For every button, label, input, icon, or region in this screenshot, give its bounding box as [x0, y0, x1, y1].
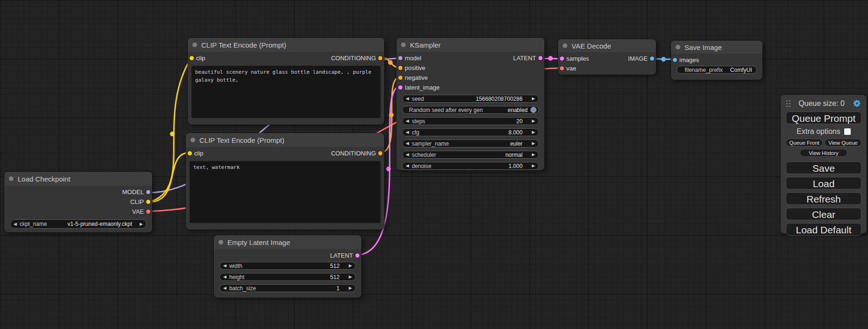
input-port-clip[interactable] [190, 56, 194, 60]
widget-label: denoise [412, 163, 431, 169]
node-title-bar[interactable]: KSampler [396, 38, 544, 52]
input-port-positive[interactable] [398, 66, 402, 70]
widget-scheduler[interactable]: ◀ scheduler normal ▶ [402, 151, 539, 159]
widget-batch-size[interactable]: ◀ batch_size 1 ▶ [219, 284, 356, 292]
comfyui-canvas[interactable]: { "colors":{ "model":"#b39ddb", "clip":"… [0, 0, 868, 329]
toggle-dot[interactable] [530, 107, 536, 113]
output-port-image[interactable] [650, 56, 654, 61]
refresh-button[interactable]: Refresh [786, 192, 861, 205]
negative-prompt-textarea[interactable]: text, watermark [190, 161, 381, 223]
widget-label: height [229, 274, 245, 280]
widget-sampler-name[interactable]: ◀ sampler_name euler ▶ [402, 140, 539, 147]
increment-arrow-icon[interactable]: ▶ [349, 286, 352, 290]
load-button[interactable]: Load [786, 177, 861, 189]
link-dot-latent [386, 167, 391, 171]
input-port-model[interactable] [398, 56, 402, 60]
input-label-vae: vae [566, 65, 576, 72]
widget-width[interactable]: ◀ width 512 ▶ [219, 262, 356, 270]
output-port-conditioning[interactable] [378, 56, 382, 60]
gear-icon[interactable] [853, 99, 861, 108]
output-port-model[interactable] [146, 190, 150, 194]
node-title-bar[interactable]: Load Checkpoint [4, 172, 152, 186]
node-title-bar[interactable]: VAE Decode [558, 39, 656, 52]
input-port-samples[interactable] [560, 56, 564, 61]
increment-arrow-icon[interactable]: ▶ [532, 141, 535, 146]
output-port-clip[interactable] [146, 200, 150, 204]
widget-cfg[interactable]: ◀ cfg 8.000 ▶ [402, 128, 539, 136]
increment-arrow-icon[interactable]: ▶ [532, 119, 535, 123]
widget-height[interactable]: ◀ height 512 ▶ [219, 273, 356, 281]
queue-front-button[interactable]: Queue Front [786, 139, 823, 147]
collapse-dot[interactable] [676, 45, 680, 49]
node-title-bar[interactable]: CLIP Text Encode (Prompt) [188, 38, 384, 52]
widget-seed[interactable]: ◀ seed 156680208700286 ▶ [402, 95, 539, 103]
increment-arrow-icon[interactable]: ▶ [532, 97, 535, 101]
node-clip-text-encode-positive[interactable]: CLIP Text Encode (Prompt) clip CONDITION… [188, 38, 384, 125]
view-queue-button[interactable]: View Queue [825, 139, 861, 147]
link-dot-clip [170, 132, 175, 136]
input-port-images[interactable] [673, 58, 677, 62]
output-port-latent[interactable] [355, 253, 360, 258]
wire-clip-positive [148, 57, 191, 202]
drag-handle-icon[interactable] [786, 100, 790, 107]
node-save-image[interactable]: Save Image images filename_prefix ComfyU… [671, 41, 762, 80]
widget-ckpt-name[interactable]: ◀ ckpt_name v1-5-pruned-emaonly.ckpt ▶ [10, 219, 147, 229]
input-port-negative[interactable] [398, 76, 402, 80]
output-port-vae[interactable] [146, 210, 150, 214]
collapse-dot[interactable] [191, 138, 195, 142]
widget-steps[interactable]: ◀ steps 20 ▶ [402, 117, 539, 125]
input-port-latent-image[interactable] [398, 85, 402, 90]
collapse-dot[interactable] [9, 176, 14, 181]
decrement-arrow-icon[interactable]: ◀ [406, 141, 409, 146]
node-clip-text-encode-negative[interactable]: CLIP Text Encode (Prompt) clip CONDITION… [186, 133, 384, 230]
widget-label: sampler_name [412, 140, 449, 147]
increment-arrow-icon[interactable]: ▶ [532, 130, 535, 134]
decrement-arrow-icon[interactable]: ◀ [406, 97, 409, 101]
input-label-negative: negative [405, 74, 428, 81]
decrement-arrow-icon[interactable]: ◀ [223, 275, 226, 279]
widget-random-seed-toggle[interactable]: Random seed after every gen enabled [402, 106, 539, 114]
decrement-arrow-icon[interactable]: ◀ [406, 153, 409, 157]
view-history-button[interactable]: View History [800, 149, 847, 157]
collapse-dot[interactable] [563, 43, 567, 48]
clear-button[interactable]: Clear [786, 208, 861, 220]
extra-options-label: Extra options [797, 127, 840, 136]
increment-arrow-icon[interactable]: ▶ [349, 275, 352, 279]
increment-arrow-icon[interactable]: ▶ [532, 164, 535, 168]
extra-options-checkbox[interactable] [844, 128, 851, 135]
input-port-clip[interactable] [188, 151, 192, 155]
decrement-arrow-icon[interactable]: ◀ [406, 130, 409, 134]
node-title: Save Image [685, 43, 722, 51]
queue-panel[interactable]: Queue size: 0 Queue Prompt Extra options… [781, 95, 867, 233]
collapse-dot[interactable] [192, 42, 197, 47]
node-title-bar[interactable]: Save Image [671, 41, 762, 54]
node-title: Load Checkpoint [18, 175, 71, 183]
node-vae-decode[interactable]: VAE Decode samples IMAGE vae [558, 39, 656, 75]
load-default-button[interactable]: Load Default [786, 223, 861, 236]
decrement-arrow-icon[interactable]: ◀ [406, 119, 409, 123]
node-title-bar[interactable]: Empty Latent Image [214, 235, 361, 249]
node-load-checkpoint[interactable]: Load Checkpoint MODEL CLIP VAE ◀ ckpt_na… [4, 172, 152, 232]
increment-arrow-icon[interactable]: ▶ [532, 153, 535, 157]
queue-prompt-button[interactable]: Queue Prompt [786, 112, 861, 124]
output-port-conditioning[interactable] [378, 151, 382, 155]
increment-arrow-icon[interactable]: ▶ [349, 264, 352, 268]
node-ksampler[interactable]: KSampler model LATENT positive negative … [396, 38, 544, 170]
decrement-arrow-icon[interactable]: ◀ [223, 264, 226, 268]
node-title-bar[interactable]: CLIP Text Encode (Prompt) [186, 133, 384, 147]
decrement-arrow-icon[interactable]: ◀ [223, 286, 226, 290]
node-empty-latent-image[interactable]: Empty Latent Image LATENT ◀ width 512 ▶ … [214, 235, 361, 298]
widget-filename-prefix[interactable]: filename_prefix ComfyUI [677, 66, 757, 74]
collapse-dot[interactable] [219, 240, 223, 245]
widget-value: 512 [330, 274, 339, 280]
positive-prompt-textarea[interactable]: beautiful scenery nature glass bottle la… [191, 66, 381, 118]
widget-label: Random seed after every gen [409, 107, 483, 113]
input-port-vae[interactable] [560, 66, 564, 70]
widget-denoise[interactable]: ◀ denoise 1.000 ▶ [402, 162, 539, 170]
increment-arrow-icon[interactable]: ▶ [140, 222, 143, 226]
decrement-arrow-icon[interactable]: ◀ [406, 164, 409, 168]
save-button[interactable]: Save [786, 161, 861, 174]
collapse-dot[interactable] [401, 42, 406, 47]
decrement-arrow-icon[interactable]: ◀ [14, 222, 17, 226]
output-port-latent[interactable] [538, 56, 543, 60]
